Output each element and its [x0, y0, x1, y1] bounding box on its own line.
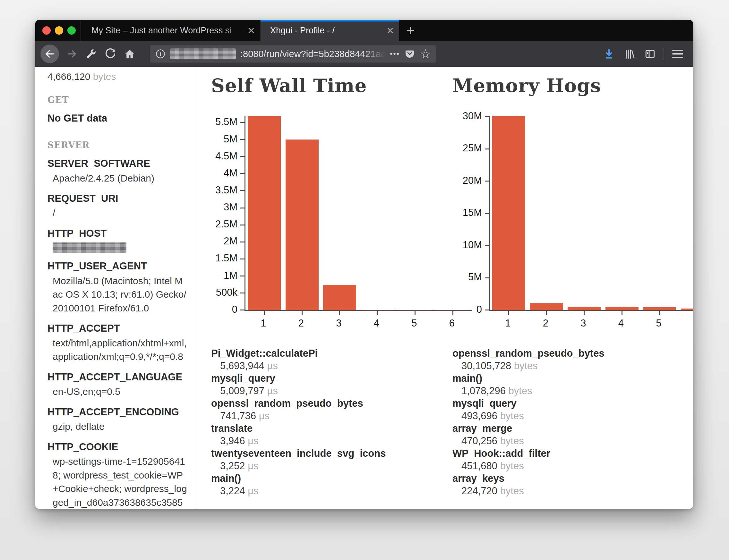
page-actions-icon[interactable]: •••: [390, 49, 400, 58]
reload-button[interactable]: [103, 46, 118, 62]
y-tick-label: 10M: [463, 239, 482, 251]
library-icon: [624, 48, 635, 60]
bar: [492, 116, 525, 310]
legend-item: WP_Hook::add_filter451,680 bytes: [453, 447, 693, 472]
x-axis-labels: 123456: [244, 318, 471, 329]
y-tick-mark: [240, 156, 244, 157]
pocket-icon[interactable]: [404, 48, 415, 59]
function-value: 5,009,797 µs: [211, 385, 472, 397]
server-var-value: /: [47, 206, 187, 220]
sidebar-toggle-button[interactable]: [642, 46, 658, 62]
y-tick-mark: [240, 122, 244, 123]
y-tick-mark: [485, 277, 489, 278]
plot-area: [489, 116, 693, 311]
home-icon: [124, 48, 135, 60]
y-tick-label: 20M: [463, 175, 482, 186]
y-tick-mark: [485, 116, 489, 117]
zoom-window-button[interactable]: [67, 26, 76, 35]
close-window-button[interactable]: [42, 26, 51, 35]
library-button[interactable]: [622, 46, 638, 62]
tab-xhgui-profile[interactable]: Xhgui - Profile - / ×: [260, 20, 399, 41]
server-var-value: Apache/2.4.25 (Debian): [47, 172, 187, 185]
chart-title: Memory Hogs: [453, 76, 693, 96]
server-var-value: wp-settings-time-1=1529056418; wordpress…: [47, 455, 187, 509]
x-tick-mark: [659, 311, 660, 315]
server-var-name: HTTP_USER_AGENT: [47, 260, 187, 273]
value-number: 493,696: [462, 410, 497, 421]
bar-slot: [396, 116, 434, 310]
close-tab-icon[interactable]: ×: [242, 24, 260, 37]
downloads-button[interactable]: [601, 46, 617, 62]
section-heading: SERVER: [47, 140, 187, 150]
charts-area: Self Wall Time 0500k1M1.5M2M2.5M3M3.5M4M…: [196, 67, 693, 509]
browser-window: My Site – Just another WordPress si × Xh…: [35, 20, 693, 509]
function-name: openssl_random_pseudo_bytes: [453, 347, 693, 360]
home-button[interactable]: [122, 46, 137, 62]
page-content: 4,666,120 bytes GETNo GET dataSERVERSERV…: [35, 67, 693, 509]
function-value: 3,252 µs: [211, 460, 472, 472]
function-value: 3,946 µs: [211, 435, 472, 447]
y-axis-labels: 0500k1M1.5M2M2.5M3M3.5M4M4.5M5M5.5M: [208, 116, 240, 310]
redacted-host: [170, 48, 236, 59]
function-value: 5,693,944 µs: [211, 360, 472, 372]
function-name: WP_Hook::add_filter: [453, 447, 693, 460]
bookmark-star-icon[interactable]: ☆: [420, 47, 431, 60]
bar: [285, 140, 318, 310]
back-button[interactable]: [40, 45, 59, 63]
y-tick-label: 4.5M: [215, 150, 237, 162]
value-number: 741,736: [220, 410, 256, 421]
x-tick-mark: [584, 311, 585, 315]
y-tick-mark: [240, 173, 244, 174]
wrench-icon: [85, 48, 97, 60]
y-tick-mark: [240, 139, 244, 140]
bar: [681, 309, 693, 310]
value-number: 3,946: [220, 435, 245, 446]
y-tick-label: 4M: [224, 167, 237, 179]
value-unit: bytes: [506, 385, 532, 396]
legend-item: openssl_random_pseudo_bytes30,105,728 by…: [453, 347, 693, 372]
memory-total: 4,666,120 bytes: [47, 71, 187, 82]
function-value: 224,720 bytes: [453, 485, 693, 497]
bar-slot: [283, 116, 321, 310]
close-tab-icon[interactable]: ×: [381, 24, 399, 37]
value-number: 3,224: [220, 485, 245, 496]
value-unit: bytes: [497, 435, 524, 446]
page-tools-button[interactable]: [83, 46, 99, 62]
forward-button[interactable]: [64, 46, 80, 62]
menu-button[interactable]: [670, 46, 686, 62]
tab-wordpress-site[interactable]: My Site – Just another WordPress si ×: [80, 20, 260, 41]
x-tick-label: 2: [527, 318, 565, 329]
server-var-name: HTTP_ACCEPT_LANGUAGE: [47, 371, 187, 384]
x-tick-mark: [339, 311, 340, 315]
bar-slot: [490, 116, 528, 310]
new-tab-button[interactable]: +: [399, 20, 422, 41]
y-tick-label: 500k: [216, 287, 237, 298]
window-controls: [35, 20, 80, 41]
memory-hogs-chart: Memory Hogs 05M10M15M20M25M30M 123456 op…: [449, 76, 693, 497]
server-var-value: text/html,application/xhtml+xml,applicat…: [47, 336, 187, 364]
legend-item: array_keys224,720 bytes: [453, 472, 693, 497]
legend-item: translate3,946 µs: [211, 422, 472, 447]
y-tick-mark: [240, 259, 244, 259]
legend-item: array_merge470,256 bytes: [453, 422, 693, 447]
bar: [248, 116, 281, 310]
y-tick-label: 5M: [468, 271, 482, 283]
function-name: main(): [453, 372, 693, 385]
address-bar[interactable]: :8080/run/view?id=5b238d84421aa9004b680a…: [150, 45, 437, 63]
value-unit: µs: [264, 385, 278, 396]
minimize-window-button[interactable]: [55, 26, 63, 35]
site-info-icon[interactable]: [155, 49, 165, 59]
value-unit: µs: [256, 410, 269, 421]
chart-legend: Pi_Widget::calculatePi5,693,944 µsmysqli…: [211, 347, 472, 497]
function-value: 30,105,728 bytes: [453, 360, 693, 372]
x-tick-mark: [264, 311, 265, 315]
bar: [606, 307, 639, 310]
y-tick-mark: [485, 181, 489, 182]
url-text[interactable]: :8080/run/view?id=5b238d84421aa9004b680a…: [240, 49, 386, 59]
chart-title: Self Wall Time: [211, 76, 472, 96]
y-tick-label: 0: [477, 304, 482, 315]
legend-item: main()1,078,296 bytes: [453, 372, 693, 397]
value-unit: bytes: [497, 460, 524, 471]
x-tick-label: 2: [282, 318, 320, 329]
back-arrow-icon: [44, 48, 55, 59]
